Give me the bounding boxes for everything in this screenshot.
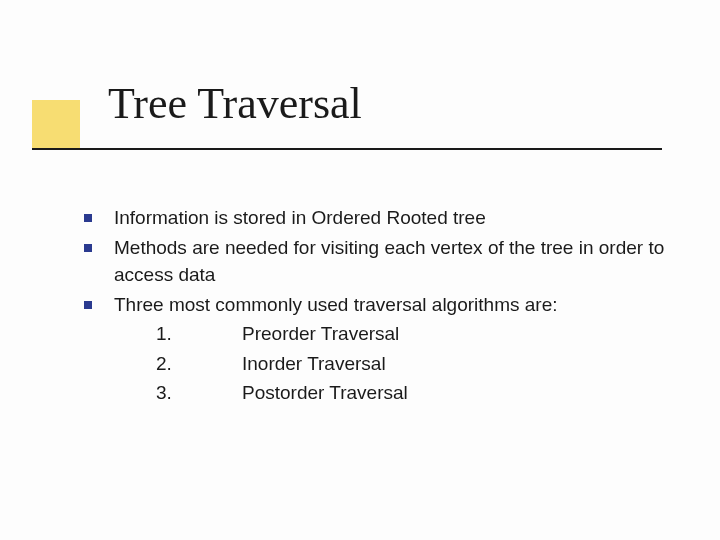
content-area: Information is stored in Ordered Rooted … (84, 204, 674, 409)
bullet-text: Three most commonly used traversal algor… (114, 291, 674, 319)
decorative-square (32, 100, 80, 148)
list-text: Preorder Traversal (242, 320, 674, 348)
numbered-list: 1. Preorder Traversal 2. Inorder Travers… (156, 320, 674, 407)
list-number: 3. (156, 379, 242, 407)
list-number: 2. (156, 350, 242, 378)
list-text: Inorder Traversal (242, 350, 674, 378)
list-item: 2. Inorder Traversal (156, 350, 674, 378)
bullet-text: Methods are needed for visiting each ver… (114, 234, 674, 289)
bullet-square-icon (84, 244, 92, 252)
list-item: Information is stored in Ordered Rooted … (84, 204, 674, 232)
title-underline (32, 148, 662, 150)
page-title: Tree Traversal (108, 78, 362, 129)
list-item: Three most commonly used traversal algor… (84, 291, 674, 319)
list-item: Methods are needed for visiting each ver… (84, 234, 674, 289)
bullet-square-icon (84, 301, 92, 309)
bullet-text: Information is stored in Ordered Rooted … (114, 204, 674, 232)
list-item: 1. Preorder Traversal (156, 320, 674, 348)
slide: Tree Traversal Information is stored in … (0, 0, 720, 540)
list-text: Postorder Traversal (242, 379, 674, 407)
bullet-square-icon (84, 214, 92, 222)
list-number: 1. (156, 320, 242, 348)
list-item: 3. Postorder Traversal (156, 379, 674, 407)
